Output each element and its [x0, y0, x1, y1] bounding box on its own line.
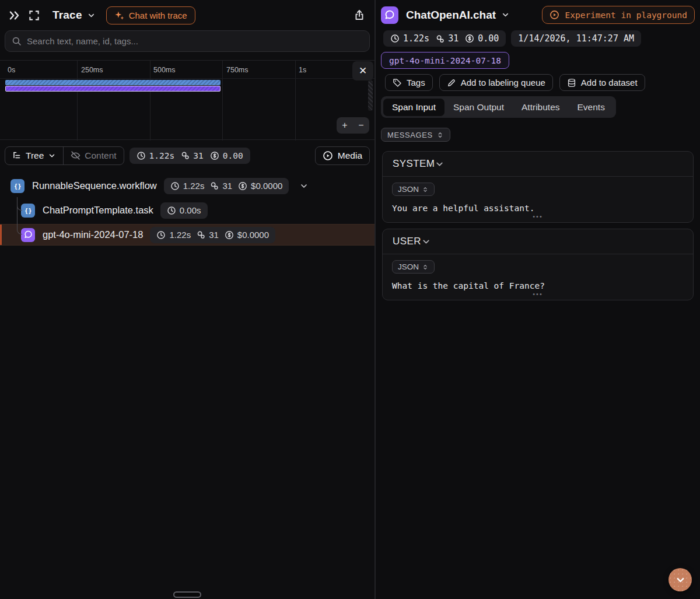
message-content: What is the capital of France? — [392, 281, 684, 290]
tokens-stat: 31 — [210, 181, 232, 191]
timeline-gridline — [77, 61, 78, 141]
clock-icon — [170, 181, 180, 191]
sparkle-icon — [114, 10, 124, 20]
share-button[interactable] — [354, 9, 365, 21]
play-circle-icon — [323, 150, 333, 161]
format-selector[interactable]: JSON — [392, 183, 435, 196]
message-header[interactable]: SYSTEM — [383, 152, 693, 177]
span-name: gpt-4o-mini-2024-07-18 — [43, 229, 143, 240]
horizontal-scrollbar-handle[interactable] — [173, 591, 201, 598]
clock-icon — [156, 230, 166, 240]
add-to-labeling-queue-button[interactable]: Add to labeling queue — [439, 74, 553, 91]
timeline-ruler-divider — [0, 78, 374, 79]
timeline-span-bar-llm[interactable] — [5, 86, 220, 92]
expand-message-button[interactable]: ••• — [392, 213, 684, 219]
chevrons-right-icon — [8, 9, 20, 22]
tree-toolbar: Tree Content 1.22s — [0, 146, 374, 165]
tree-row-workflow[interactable]: { } RunnableSequence.workflow 1.22s 31 — [0, 175, 374, 197]
expand-message-button[interactable]: ••• — [392, 291, 684, 297]
collapse-panel-button[interactable] — [8, 9, 20, 22]
format-selector[interactable]: JSON — [392, 260, 435, 274]
chevron-down-icon — [87, 11, 96, 20]
dollar-icon — [210, 151, 219, 160]
format-label: JSON — [398, 262, 419, 271]
close-timeline-button[interactable]: ✕ — [352, 61, 373, 80]
tokens-icon — [210, 181, 219, 190]
search-bar[interactable] — [5, 30, 370, 52]
eye-off-icon — [71, 150, 80, 160]
tree-view-button[interactable]: Tree — [5, 147, 63, 164]
timeline-scrollbar[interactable] — [368, 80, 373, 111]
add-to-dataset-label: Add to dataset — [581, 78, 638, 87]
timeline-tick: 1s — [299, 66, 306, 74]
chevron-down-icon — [675, 575, 686, 586]
tab-attributes[interactable]: Attributes — [513, 99, 568, 116]
tag-icon — [393, 78, 402, 87]
chevron-down-icon — [48, 152, 56, 160]
search-icon — [12, 36, 22, 46]
clock-icon — [136, 151, 146, 160]
list-tree-icon — [12, 151, 22, 160]
play-circle-icon — [550, 10, 559, 20]
content-toggle-button[interactable]: Content — [63, 147, 123, 164]
search-input[interactable] — [27, 36, 363, 46]
chat-bubble-icon — [381, 6, 398, 24]
timeline-tick: 750ms — [226, 66, 249, 74]
zoom-in-button[interactable]: + — [337, 117, 353, 134]
zoom-out-button[interactable]: − — [353, 117, 369, 134]
tokens-icon — [181, 151, 190, 160]
tokens-stat: 31 — [181, 151, 203, 160]
tab-events[interactable]: Events — [569, 99, 614, 116]
view-mode-group: Tree Content — [5, 146, 124, 165]
tab-span-input[interactable]: Span Input — [383, 99, 444, 116]
message-header[interactable]: USER — [383, 229, 693, 254]
chat-with-trace-button[interactable]: Chat with trace — [106, 6, 195, 24]
tokens-icon — [197, 230, 205, 239]
messages-selector[interactable]: MESSAGES — [381, 128, 450, 142]
tokens-icon — [436, 34, 444, 43]
span-tabs: Span Input Span Output Attributes Events — [381, 96, 616, 118]
trace-dropdown[interactable] — [87, 11, 96, 20]
experiment-in-playground-button[interactable]: Experiment in playground — [542, 6, 695, 24]
experiment-label: Experiment in playground — [565, 10, 687, 20]
add-to-dataset-button[interactable]: Add to dataset — [559, 74, 645, 91]
cost-stat: 0.00 — [465, 33, 499, 44]
span-stats-pill: 1.22s 31 $0.0000 — [150, 227, 275, 243]
timeline-span-bar-workflow[interactable] — [5, 80, 220, 85]
page-title: Trace — [52, 9, 82, 22]
media-label: Media — [338, 150, 362, 161]
message-card-system: SYSTEM JSON You are a helpful assistant.… — [382, 151, 694, 223]
duration-stat: 1.22s — [156, 230, 191, 240]
fullscreen-button[interactable] — [29, 10, 40, 21]
tags-label: Tags — [407, 78, 425, 87]
tokens-stat: 31 — [436, 33, 459, 44]
tree-row-llm-selected[interactable]: gpt-4o-mini-2024-07-18 1.22s 31 — [0, 224, 374, 246]
duration-stat: 1.22s — [136, 151, 175, 160]
media-button[interactable]: Media — [315, 146, 370, 165]
scroll-to-bottom-button[interactable] — [668, 568, 692, 591]
chevron-down-icon — [501, 10, 510, 19]
tags-button[interactable]: Tags — [385, 74, 433, 91]
span-stats-pill: 1.22s 31 0.00 — [383, 30, 506, 47]
span-title: ChatOpenAI.chat — [406, 9, 496, 22]
cost-stat: $0.0000 — [225, 230, 269, 240]
duration-stat: 1.22s — [170, 181, 205, 191]
braces-icon: { } — [10, 179, 24, 193]
clock-icon — [390, 34, 400, 43]
chevrons-up-down-icon — [436, 131, 444, 139]
span-title-dropdown[interactable] — [501, 10, 510, 19]
tree-row-prompt-template[interactable]: { } ChatPromptTemplate.task 0.00s — [0, 199, 374, 221]
timeline-tick: 500ms — [153, 66, 176, 74]
collapse-row-button[interactable] — [299, 181, 309, 191]
message-role: SYSTEM — [393, 158, 435, 170]
span-tree: { } RunnableSequence.workflow 1.22s 31 — [0, 175, 374, 248]
model-badge[interactable]: gpt-4o-mini-2024-07-18 — [381, 52, 509, 69]
timeline-gridline — [295, 61, 296, 141]
chevrons-up-down-icon — [422, 264, 429, 271]
span-detail-panel: ChatOpenAI.chat Experiment in playground… — [376, 0, 700, 599]
tab-span-output[interactable]: Span Output — [444, 99, 513, 116]
timestamp-pill: 1/14/2026, 11:47:27 AM — [511, 30, 641, 47]
message-content: You are a helpful assistant. — [392, 204, 684, 213]
close-icon: ✕ — [359, 65, 367, 77]
duration-stat: 1.22s — [390, 33, 429, 44]
